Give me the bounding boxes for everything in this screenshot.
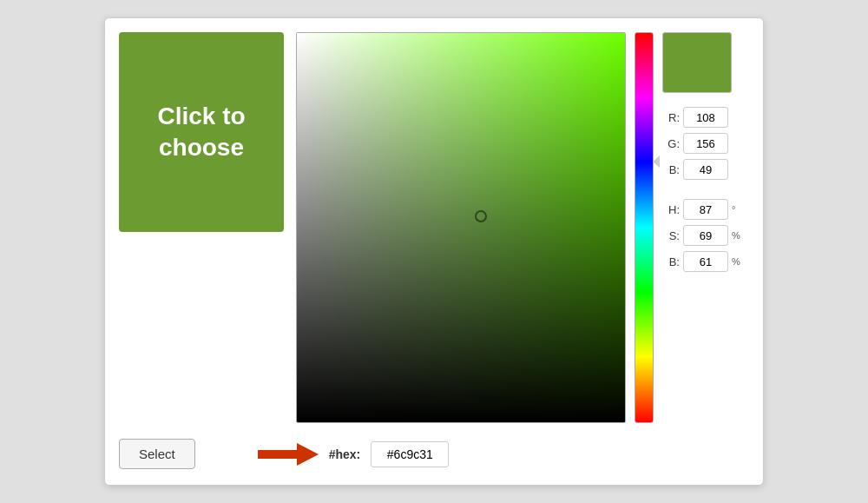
hex-input[interactable] (371, 441, 449, 467)
arrow-icon (258, 441, 319, 467)
rgb-inputs: R: G: B: H: (662, 107, 742, 272)
hue-arrow-indicator (653, 156, 660, 168)
h-input[interactable] (683, 199, 728, 220)
g-label: G: (662, 137, 680, 150)
hue-bar[interactable] (635, 32, 654, 423)
r-input-row: R: (662, 107, 742, 128)
divider (662, 185, 742, 194)
top-row: Click to choose R: (119, 32, 749, 423)
gradient-canvas[interactable] (296, 32, 626, 423)
s-unit: % (732, 230, 742, 241)
click-to-choose-button[interactable]: Click to choose (119, 32, 284, 232)
picker-area: R: G: B: H: (296, 32, 749, 423)
color-preview-box (662, 32, 732, 93)
bottom-row: Select #hex: (119, 434, 749, 471)
b-label: B: (662, 163, 680, 176)
brightness-input[interactable] (683, 251, 728, 272)
hex-label: #hex: (329, 447, 361, 461)
brightness-input-row: B: % (662, 251, 742, 272)
h-unit: ° (732, 204, 742, 215)
r-label: R: (662, 111, 680, 124)
g-input[interactable] (683, 133, 728, 154)
b-input[interactable] (683, 159, 728, 180)
right-panel: R: G: B: H: (662, 32, 742, 272)
g-input-row: G: (662, 133, 742, 154)
h-label: H: (662, 203, 680, 216)
select-button[interactable]: Select (119, 439, 195, 469)
h-input-row: H: ° (662, 199, 742, 220)
hue-bar-wrapper (635, 32, 654, 423)
click-to-choose-label: Click to choose (119, 101, 284, 164)
color-picker-dialog: Click to choose R: (104, 17, 764, 486)
svg-marker-0 (258, 443, 319, 466)
s-label: S: (662, 229, 680, 242)
gradient-background (297, 33, 625, 422)
s-input-row: S: % (662, 225, 742, 246)
brightness-label: B: (662, 255, 680, 268)
b-unit: % (732, 256, 742, 267)
s-input[interactable] (683, 225, 728, 246)
right-arrow-svg (258, 441, 319, 467)
r-input[interactable] (683, 107, 728, 128)
b-input-row: B: (662, 159, 742, 180)
